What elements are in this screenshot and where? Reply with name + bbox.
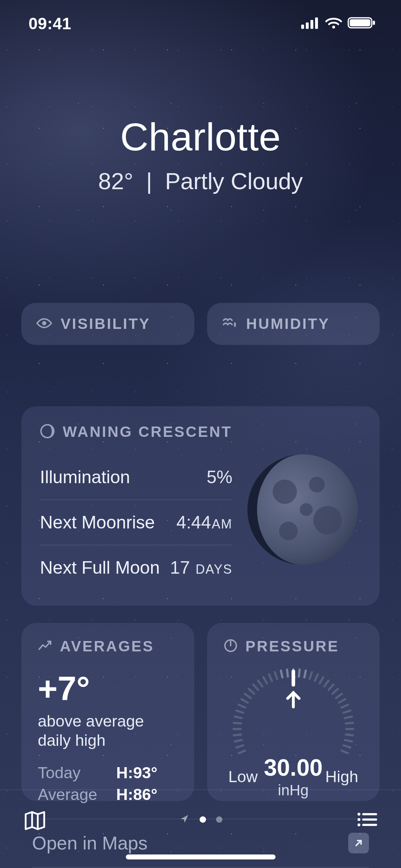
moonrise-value: 4:44AM [176,512,232,533]
status-icons [301,16,376,31]
svg-line-49 [339,699,345,703]
svg-line-55 [346,734,353,735]
pressure-icon [223,639,238,654]
svg-point-4 [332,26,335,29]
svg-line-31 [249,689,254,694]
svg-line-20 [238,750,245,753]
svg-line-23 [234,734,241,735]
illumination-value: 5% [207,467,232,487]
svg-point-15 [279,522,298,540]
full-moon-value: 17 DAYS [170,557,232,578]
svg-line-38 [287,670,288,677]
svg-line-21 [236,745,243,748]
humidity-icon [221,315,238,333]
condition-summary: 82° | Partly Cloudy [0,168,401,195]
cellular-icon [301,17,320,30]
svg-rect-1 [306,22,309,29]
svg-line-37 [281,671,282,678]
svg-line-36 [275,672,277,679]
svg-line-44 [320,677,323,683]
svg-line-22 [235,740,242,742]
svg-line-34 [263,677,267,683]
page-dot-current [200,816,206,823]
svg-line-28 [238,705,245,708]
svg-line-29 [241,699,247,703]
battery-icon [348,16,376,31]
averages-label: AVERAGES [60,638,154,655]
svg-line-53 [346,723,353,723]
svg-line-42 [309,672,312,679]
svg-line-27 [236,711,243,713]
moon-phase-label: WANING CRESCENT [63,423,232,440]
svg-line-46 [329,684,333,690]
svg-point-68 [358,813,360,816]
averages-subtext: above averagedaily high [38,712,178,750]
svg-line-32 [253,684,258,690]
svg-point-12 [273,480,297,504]
status-time: 09:41 [29,14,71,33]
home-indicator[interactable] [126,854,276,859]
svg-line-56 [345,740,352,742]
moon-phase-icon [40,424,55,440]
svg-rect-6 [350,19,370,26]
svg-line-57 [344,745,350,748]
illumination-row: Illumination 5% [40,455,232,500]
separator: | [146,168,152,194]
svg-line-26 [235,717,242,718]
svg-line-30 [245,694,251,698]
svg-point-14 [313,506,342,534]
page-indicator[interactable] [179,813,222,826]
status-bar: 09:41 [0,0,401,47]
svg-line-51 [344,711,350,713]
page-dot [216,816,222,823]
svg-line-33 [258,681,262,686]
averages-card[interactable]: AVERAGES +7° above averagedaily high Tod… [21,623,194,801]
moon-image [246,453,360,567]
list-button[interactable] [355,808,379,833]
svg-point-8 [42,321,46,325]
svg-line-52 [345,717,352,718]
humidity-label: HUMIDITY [246,315,330,332]
svg-point-13 [309,477,325,492]
svg-line-48 [336,694,341,698]
svg-line-58 [341,750,348,753]
averages-icon [38,639,52,654]
moonrise-row: Next Moonrise 4:44AM [40,500,232,545]
svg-point-70 [358,823,360,826]
moon-phase-card[interactable]: WANING CRESCENT Illumination 5% Next Moo… [21,406,380,606]
location-header: Charlotte 82° | Partly Cloudy [0,114,401,195]
averages-delta: +7° [38,669,178,708]
wifi-icon [325,16,343,31]
location-arrow-icon [179,813,190,826]
svg-line-41 [304,671,306,678]
moonrise-key: Next Moonrise [40,512,155,533]
svg-line-40 [299,670,299,677]
temperature: 82° [98,168,133,194]
svg-line-50 [341,705,348,708]
svg-point-16 [300,503,313,516]
full-moon-key: Next Full Moon [40,557,160,578]
full-moon-row: Next Full Moon 17 DAYS [40,545,232,590]
visibility-label: VISIBILITY [61,315,150,332]
visibility-card[interactable]: VISIBILITY [21,303,194,345]
svg-rect-2 [310,20,313,29]
humidity-card[interactable]: HUMIDITY [207,303,380,345]
svg-line-35 [269,675,272,681]
svg-point-69 [358,818,360,821]
pressure-label: PRESSURE [246,638,339,655]
pressure-card[interactable]: PRESSURE 30.00 inHg Low High [207,623,380,801]
illumination-key: Illumination [40,467,130,487]
pressure-low-label: Low [228,768,258,786]
svg-rect-3 [315,17,318,29]
svg-line-45 [324,681,329,686]
pressure-high-label: High [325,768,358,786]
svg-line-25 [234,723,241,723]
svg-line-47 [333,689,338,694]
condition-text: Partly Cloudy [165,168,303,194]
svg-rect-0 [301,25,304,29]
city-name: Charlotte [0,114,401,159]
svg-rect-7 [373,21,375,25]
map-button[interactable] [22,808,48,835]
eye-icon [36,315,53,333]
svg-line-43 [315,675,318,681]
